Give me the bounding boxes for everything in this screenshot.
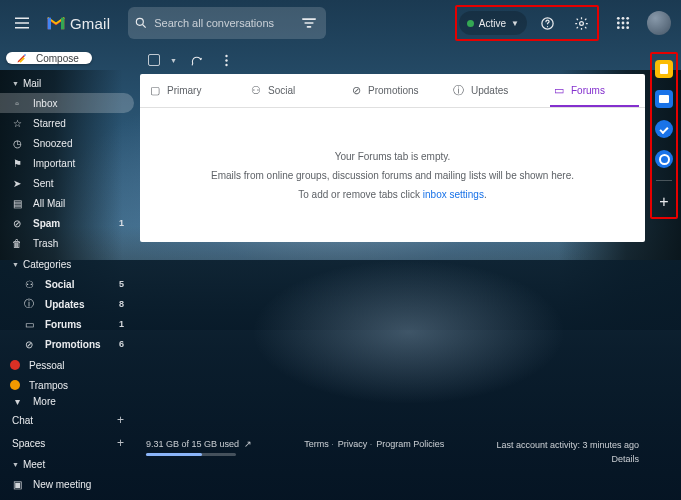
spam-icon: ⊘ bbox=[10, 218, 24, 229]
sidebar-category-social[interactable]: ⚇Social5 bbox=[0, 274, 134, 294]
tasks-icon[interactable] bbox=[655, 120, 673, 138]
sidebar-item-spam[interactable]: ⊘Spam1 bbox=[0, 213, 134, 233]
section-categories[interactable]: ▼Categories bbox=[0, 254, 134, 273]
tab-primary[interactable]: ▢Primary bbox=[140, 74, 241, 107]
footer-link-program-policies[interactable]: Program Policies bbox=[376, 439, 444, 449]
label-color-icon bbox=[10, 380, 20, 390]
inbox-settings-link[interactable]: inbox settings bbox=[423, 189, 484, 200]
label-color-icon bbox=[10, 360, 20, 370]
tab-social[interactable]: ⚇Social bbox=[241, 74, 342, 107]
inbox-panel: ▢Primary⚇Social⊘PromotionsⓘUpdates▭Forum… bbox=[140, 74, 645, 242]
forums-tab-icon: ▭ bbox=[554, 84, 564, 97]
section-mail[interactable]: ▼Mail bbox=[0, 73, 134, 92]
people-icon: ⚇ bbox=[22, 279, 36, 290]
sidebar-item-sent[interactable]: ➤Sent bbox=[0, 173, 134, 193]
sidebar-more[interactable]: ▾More bbox=[0, 396, 134, 407]
chat-status-chip[interactable]: Active ▼ bbox=[459, 11, 527, 35]
sidebar: Compose ▼Mail ▫Inbox☆Starred◷Snoozed⚑Imp… bbox=[0, 46, 140, 500]
search-bar[interactable] bbox=[128, 7, 326, 39]
footer-link-privacy[interactable]: Privacy bbox=[338, 439, 373, 449]
support-button[interactable] bbox=[533, 9, 561, 37]
search-input[interactable] bbox=[154, 17, 292, 29]
more-button[interactable] bbox=[217, 50, 237, 70]
video-icon: ▣ bbox=[10, 479, 24, 490]
sidebar-item-snoozed[interactable]: ◷Snoozed bbox=[0, 133, 134, 153]
forum-icon: ▭ bbox=[22, 319, 36, 330]
flag-icon: ⚑ bbox=[10, 158, 24, 169]
details-link[interactable]: Details bbox=[611, 454, 639, 464]
svg-point-11 bbox=[626, 26, 629, 29]
promotions-tab-icon: ⊘ bbox=[352, 84, 361, 97]
search-icon bbox=[134, 16, 148, 30]
empty-subtitle: Emails from online groups, discussion fo… bbox=[211, 170, 574, 181]
footer: 9.31 GB of 15 GB used↗ TermsPrivacyProgr… bbox=[140, 431, 645, 500]
select-all-checkbox[interactable] bbox=[148, 54, 160, 66]
pencil-icon bbox=[16, 52, 28, 64]
star-icon: ☆ bbox=[10, 118, 24, 129]
storage-bar bbox=[146, 453, 236, 456]
settings-button[interactable] bbox=[567, 9, 595, 37]
status-label: Active bbox=[479, 18, 506, 29]
social-tab-icon: ⚇ bbox=[251, 84, 261, 97]
sidebar-item-all-mail[interactable]: ▤All Mail bbox=[0, 193, 134, 213]
svg-point-9 bbox=[617, 26, 620, 29]
compose-button[interactable]: Compose bbox=[6, 52, 92, 64]
tab-promotions[interactable]: ⊘Promotions bbox=[342, 74, 443, 107]
storage-info[interactable]: 9.31 GB of 15 GB used↗ bbox=[146, 439, 252, 456]
sidebar-category-forums[interactable]: ▭Forums1 bbox=[0, 314, 134, 334]
send-icon: ➤ bbox=[10, 178, 24, 189]
svg-point-14 bbox=[226, 63, 228, 65]
category-tabs: ▢Primary⚇Social⊘PromotionsⓘUpdates▭Forum… bbox=[140, 74, 645, 108]
footer-link-terms[interactable]: Terms bbox=[304, 439, 334, 449]
meet-join-a-meeting[interactable]: ⌨Join a meeting bbox=[0, 494, 134, 500]
info-icon: ⓘ bbox=[22, 297, 36, 311]
gmail-logo[interactable]: Gmail bbox=[46, 15, 110, 32]
calendar-icon[interactable] bbox=[655, 90, 673, 108]
section-meet[interactable]: ▼Meet bbox=[0, 454, 134, 473]
tag-icon: ⊘ bbox=[22, 339, 36, 350]
select-dropdown-icon[interactable]: ▼ bbox=[170, 57, 177, 64]
refresh-button[interactable] bbox=[187, 50, 207, 70]
contacts-icon[interactable] bbox=[655, 150, 673, 168]
app-name: Gmail bbox=[70, 15, 110, 32]
meet-new-meeting[interactable]: ▣New meeting bbox=[0, 474, 134, 494]
sidebar-item-important[interactable]: ⚑Important bbox=[0, 153, 134, 173]
section-spaces[interactable]: Spaces+ bbox=[0, 431, 134, 453]
account-avatar[interactable] bbox=[647, 11, 671, 35]
svg-point-7 bbox=[622, 22, 625, 25]
svg-point-8 bbox=[626, 22, 629, 25]
tab-forums[interactable]: ▭Forums bbox=[544, 74, 645, 107]
sidebar-label-trampos[interactable]: Trampos bbox=[0, 375, 134, 395]
sidebar-item-inbox[interactable]: ▫Inbox bbox=[0, 93, 134, 113]
main-menu-button[interactable] bbox=[8, 9, 36, 37]
mail-toolbar: ▼ bbox=[140, 46, 645, 74]
plus-icon[interactable]: + bbox=[117, 413, 124, 427]
svg-point-2 bbox=[579, 21, 583, 25]
add-on-plus-icon[interactable]: + bbox=[655, 193, 673, 211]
svg-point-12 bbox=[226, 54, 228, 56]
last-activity: Last account activity: 3 minutes ago bbox=[496, 439, 639, 453]
chevron-down-icon: ▼ bbox=[511, 19, 519, 28]
sidebar-item-trash[interactable]: 🗑Trash bbox=[0, 233, 134, 253]
google-apps-button[interactable] bbox=[609, 9, 637, 37]
plus-icon[interactable]: + bbox=[117, 436, 124, 450]
sidebar-item-starred[interactable]: ☆Starred bbox=[0, 113, 134, 133]
svg-point-0 bbox=[137, 18, 144, 25]
sidebar-category-updates[interactable]: ⓘUpdates8 bbox=[0, 294, 134, 314]
empty-action-line: To add or remove tabs click inbox settin… bbox=[298, 189, 486, 200]
svg-point-13 bbox=[226, 59, 228, 61]
open-icon: ↗ bbox=[244, 439, 252, 449]
sidebar-label-pessoal[interactable]: Pessoal bbox=[0, 355, 134, 375]
keep-icon[interactable] bbox=[655, 60, 673, 78]
side-panel: + bbox=[647, 46, 681, 500]
search-options-icon[interactable] bbox=[298, 12, 320, 34]
inbox-icon: ▫ bbox=[10, 98, 24, 109]
chevron-down-icon: ▾ bbox=[10, 396, 24, 407]
trash-icon: 🗑 bbox=[10, 238, 24, 249]
tab-updates[interactable]: ⓘUpdates bbox=[443, 74, 544, 107]
status-dot-icon bbox=[467, 20, 474, 27]
svg-point-3 bbox=[617, 17, 620, 20]
compose-label: Compose bbox=[36, 53, 79, 64]
section-chat[interactable]: Chat+ bbox=[0, 408, 134, 430]
sidebar-category-promotions[interactable]: ⊘Promotions6 bbox=[0, 334, 134, 354]
